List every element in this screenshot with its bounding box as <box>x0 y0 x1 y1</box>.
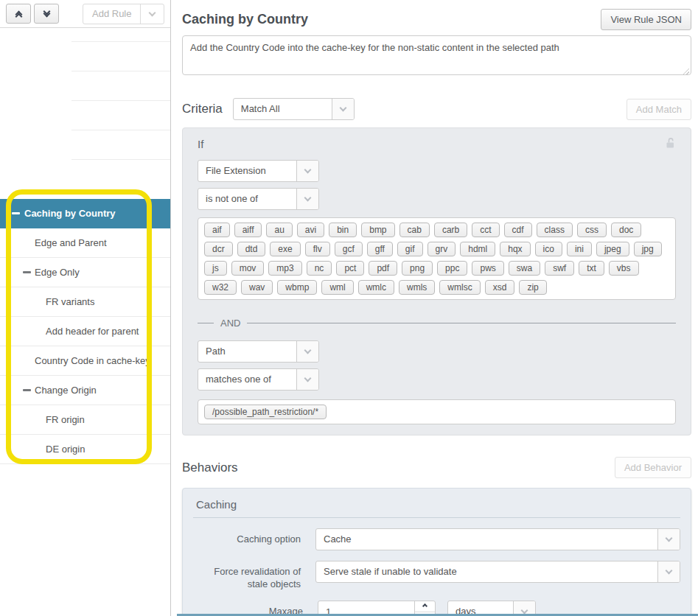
collapse-minus-icon[interactable] <box>12 212 20 214</box>
extension-tag[interactable]: txt <box>579 261 604 276</box>
chevron-down-icon <box>657 529 680 550</box>
extension-tag[interactable]: flv <box>305 242 330 256</box>
extension-tag[interactable]: doc <box>611 223 641 237</box>
sidebar-item-change-origin[interactable]: Change Origin <box>0 376 170 405</box>
add-match-button[interactable]: Add Match <box>627 99 691 120</box>
extension-tag[interactable]: ico <box>535 242 562 256</box>
revalidation-select[interactable]: Serve stale if unable to validate <box>315 561 680 583</box>
extension-tag[interactable]: carb <box>434 223 467 237</box>
extension-tag[interactable]: au <box>266 223 292 237</box>
caching-option-select[interactable]: Cache <box>315 528 680 550</box>
extension-tag[interactable]: dtd <box>237 242 266 256</box>
match-mode-select[interactable]: Match All <box>233 98 355 120</box>
extension-tag[interactable]: hqx <box>500 242 530 256</box>
extension-tag[interactable]: avi <box>297 223 324 237</box>
path-values-box[interactable]: /possible_path_restriction/* <box>198 399 676 424</box>
behavior-title: Caching <box>193 496 680 518</box>
sidebar-item-label: FR origin <box>46 414 85 425</box>
row-divider <box>71 130 170 130</box>
extension-tag[interactable]: wbmp <box>277 280 317 295</box>
extension-tag[interactable]: ppc <box>437 261 467 276</box>
extension-tag[interactable]: exe <box>270 242 300 256</box>
extension-tag[interactable]: cdf <box>504 223 532 237</box>
extension-tag[interactable]: mp3 <box>268 261 301 276</box>
extension-tag[interactable]: w32 <box>204 280 237 295</box>
sidebar-item-edge-and-parent[interactable]: Edge and Parent <box>0 228 170 258</box>
extension-tag[interactable]: hdml <box>460 242 495 256</box>
extension-tag[interactable]: pws <box>472 261 503 276</box>
extension-tag[interactable]: ini <box>567 242 592 256</box>
rule-tree: Caching by CountryEdge and ParentEdge On… <box>0 199 170 464</box>
sidebar-item-fr-variants[interactable]: FR variants <box>0 287 170 317</box>
and-divider: AND <box>198 318 676 329</box>
unlock-icon[interactable] <box>666 137 676 151</box>
chevron-down-icon <box>332 99 354 119</box>
extension-tag[interactable]: grv <box>427 242 456 256</box>
extension-tag[interactable]: wmlsc <box>439 280 480 295</box>
caching-behavior-panel: Caching Caching option Cache Force reval… <box>182 488 691 616</box>
extension-tag[interactable]: wmlc <box>358 280 394 295</box>
stepper-up-button[interactable] <box>415 601 435 612</box>
extension-tag[interactable]: nc <box>307 261 332 276</box>
extension-tag[interactable]: cct <box>472 223 499 237</box>
sidebar-item-label: FR variants <box>46 296 94 307</box>
extension-tag[interactable]: bmp <box>361 223 394 237</box>
rule-description-input[interactable]: Add the Country Code into the cache-key … <box>182 35 691 75</box>
extension-tag[interactable]: wav <box>241 280 273 295</box>
expand-all-button[interactable] <box>34 4 59 24</box>
add-rule-button[interactable]: Add Rule <box>83 4 164 24</box>
collapse-minus-icon[interactable] <box>23 389 31 391</box>
rule-tree-sidebar: Add Rule Caching by CountryEdge and Pare… <box>0 0 171 616</box>
behaviors-heading: Behaviors <box>182 461 238 475</box>
add-behavior-button[interactable]: Add Behavior <box>615 457 691 478</box>
extension-tag[interactable]: wmls <box>399 280 435 295</box>
path-tag[interactable]: /possible_path_restriction/* <box>204 405 327 419</box>
collapse-all-button[interactable] <box>6 4 31 24</box>
page-title: Caching by Country <box>182 9 308 27</box>
extension-tag[interactable]: dcr <box>204 242 233 256</box>
row-divider <box>71 71 170 71</box>
extension-tag[interactable]: zip <box>519 280 546 295</box>
extension-tag[interactable]: aiff <box>234 223 262 237</box>
extension-tag[interactable]: pdf <box>369 261 397 276</box>
extension-tag[interactable]: gff <box>367 242 393 256</box>
sidebar-item-edge-only[interactable]: Edge Only <box>0 258 170 287</box>
extension-tag[interactable]: swf <box>545 261 574 276</box>
extension-tag[interactable]: bin <box>329 223 357 237</box>
sidebar-item-label: Country Code in cache-key <box>35 355 150 366</box>
extension-tag[interactable]: jpg <box>634 242 662 256</box>
extension-tag[interactable]: class <box>537 223 573 237</box>
sidebar-item-add-header-for-parent[interactable]: Add header for parent <box>0 317 170 346</box>
extension-tag[interactable]: vbs <box>609 261 639 276</box>
match-field-select[interactable]: File Extension <box>198 160 319 182</box>
sidebar-item-label: Change Origin <box>35 385 97 396</box>
extension-tag[interactable]: aif <box>204 223 230 237</box>
sidebar-item-de-origin[interactable]: DE origin <box>0 435 170 464</box>
extension-tag[interactable]: gif <box>397 242 423 256</box>
extension-tag[interactable]: jpeg <box>596 242 629 256</box>
chevron-down-icon <box>149 9 156 16</box>
file-extension-values-box[interactable]: aifaiffauavibinbmpcabcarbcctcdfclasscssd… <box>198 217 676 300</box>
extension-tag[interactable]: css <box>577 223 607 237</box>
match-operator-select[interactable]: is not one of <box>198 188 319 210</box>
extension-tag[interactable]: js <box>204 261 227 276</box>
sidebar-item-fr-origin[interactable]: FR origin <box>0 405 170 435</box>
extension-tag[interactable]: xsd <box>485 280 515 295</box>
extension-tag[interactable]: cab <box>399 223 430 237</box>
chevron-down-icon <box>296 189 318 209</box>
criteria-heading: Criteria <box>182 102 223 116</box>
extension-tag[interactable]: gcf <box>335 242 363 256</box>
add-rule-dropdown-toggle[interactable] <box>140 4 164 24</box>
match-operator-select[interactable]: matches one of <box>198 368 319 391</box>
sidebar-item-caching-by-country[interactable]: Caching by Country <box>0 199 170 228</box>
extension-tag[interactable]: png <box>402 261 433 276</box>
extension-tag[interactable]: mov <box>231 261 265 276</box>
sidebar-item-country-code-in-cache-key[interactable]: Country Code in cache-key <box>0 346 170 376</box>
view-rule-json-button[interactable]: View Rule JSON <box>601 9 691 30</box>
match-field-select[interactable]: Path <box>198 340 319 363</box>
collapse-minus-icon[interactable] <box>23 271 31 273</box>
extension-tag[interactable]: wml <box>321 280 353 295</box>
extension-tag[interactable]: swa <box>509 261 540 276</box>
extension-tag[interactable]: pct <box>336 261 364 276</box>
match-operator-value: matches one of <box>198 369 296 390</box>
